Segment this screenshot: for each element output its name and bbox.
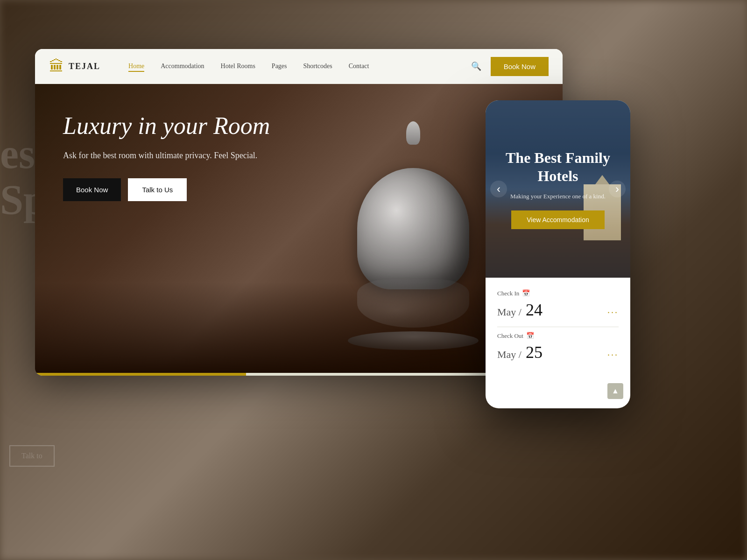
hero-section: Luxury in your Room Ask for the best roo… (35, 84, 563, 376)
mobile-phone-mockup: ‹ › The Best Family Hotels Making your E… (486, 100, 630, 408)
brand-name: TEJAL (69, 62, 100, 71)
checkout-date-value[interactable]: May / 25 (497, 343, 543, 362)
navbar: 🏛 TEJAL Home Accommodation Hotel Rooms P… (35, 49, 563, 84)
bell-body (357, 168, 469, 289)
hero-table-shadow (35, 282, 563, 376)
bg-left-button: Talk to (9, 445, 55, 467)
nav-contact[interactable]: Contact (349, 63, 369, 70)
booking-divider (497, 327, 619, 327)
booking-card: Check In 📅 May / 24 ... Check Out 📅 May … (486, 278, 630, 378)
checkin-calendar-icon: 📅 (522, 289, 530, 297)
prev-slide-button[interactable]: ‹ (490, 181, 507, 197)
scroll-progress-fill (35, 373, 246, 376)
bell-top (406, 121, 420, 145)
hero-book-now-button[interactable]: Book Now (63, 178, 121, 201)
hero-content: Luxury in your Room Ask for the best roo… (63, 112, 270, 201)
nav-pages[interactable]: Pages (272, 63, 287, 70)
checkin-day: 24 (526, 301, 543, 319)
scroll-progress-bar (35, 373, 563, 376)
view-accommodation-button[interactable]: View Accommodation (511, 210, 605, 229)
checkout-more-icon[interactable]: ... (607, 347, 619, 358)
checkin-date-row: May / 24 ... (497, 300, 619, 320)
checkout-month: May / (497, 349, 521, 360)
hero-title: Luxury in your Room (63, 112, 270, 140)
logo-area: 🏛 TEJAL (49, 58, 100, 75)
desktop-browser-mockup: 🏛 TEJAL Home Accommodation Hotel Rooms P… (35, 49, 563, 376)
nav-hotel-rooms[interactable]: Hotel Rooms (221, 63, 255, 70)
checkin-date-value[interactable]: May / 24 (497, 300, 543, 320)
hero-buttons: Book Now Talk to Us (63, 178, 270, 201)
nav-links: Home Accommodation Hotel Rooms Pages Sho… (128, 63, 471, 70)
nav-accommodation[interactable]: Accommodation (161, 63, 204, 70)
hero-talk-button[interactable]: Talk to Us (128, 178, 187, 201)
scroll-to-top-button[interactable]: ▲ (607, 383, 623, 399)
checkin-more-icon[interactable]: ... (607, 305, 619, 315)
mobile-carousel-nav: ‹ › (486, 181, 630, 197)
next-slide-button[interactable]: › (609, 181, 626, 197)
checkin-label: Check In 📅 (497, 289, 619, 297)
nav-shortcodes[interactable]: Shortcodes (303, 63, 332, 70)
checkout-date-row: May / 25 ... (497, 343, 619, 362)
checkout-label: Check Out 📅 (497, 332, 619, 340)
checkout-day: 25 (526, 343, 543, 362)
checkin-month: May / (497, 306, 521, 318)
mobile-hero-section: ‹ › The Best Family Hotels Making your E… (486, 100, 630, 278)
nav-book-now-button[interactable]: Book Now (491, 57, 549, 76)
mobile-hero-title: The Best Family Hotels (486, 149, 630, 185)
hero-subtitle: Ask for the best room with ultimate priv… (63, 149, 270, 162)
checkin-field: Check In 📅 May / 24 ... (497, 289, 619, 320)
building-icon: 🏛 (49, 58, 64, 75)
nav-home[interactable]: Home (128, 63, 144, 70)
checkout-field: Check Out 📅 May / 25 ... (497, 332, 619, 362)
search-icon[interactable]: 🔍 (471, 61, 481, 71)
checkout-calendar-icon: 📅 (526, 332, 534, 340)
